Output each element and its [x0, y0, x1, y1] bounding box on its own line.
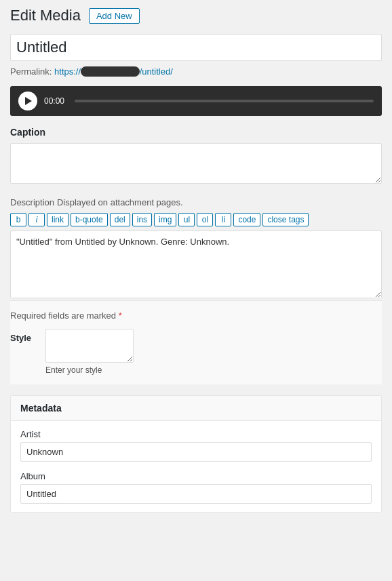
- add-new-button[interactable]: Add New: [89, 8, 140, 24]
- style-hint: Enter your style: [45, 365, 134, 375]
- media-title-input[interactable]: [10, 34, 382, 61]
- play-icon: [25, 97, 32, 105]
- required-asterisk: *: [119, 310, 122, 321]
- progress-bar[interactable]: [75, 100, 374, 102]
- metadata-section: Metadata Artist Album: [10, 395, 382, 513]
- description-label: Description: [10, 197, 54, 207]
- toolbar-ins[interactable]: ins: [132, 213, 152, 226]
- description-section: Description Displayed on attachment page…: [10, 197, 382, 300]
- caption-textarea[interactable]: [10, 143, 382, 184]
- caption-section: Caption: [10, 127, 382, 186]
- audio-player: 00:00: [10, 86, 382, 116]
- style-row: Style Enter your style: [10, 329, 382, 375]
- description-note: Displayed on attachment pages.: [57, 197, 183, 207]
- style-textarea[interactable]: [45, 329, 134, 363]
- toolbar-link[interactable]: link: [47, 213, 68, 226]
- toolbar-li[interactable]: li: [215, 213, 231, 226]
- permalink-row: Permalink: https://redacted/untitled/: [10, 66, 382, 77]
- artist-label: Artist: [20, 429, 372, 439]
- permalink-url[interactable]: https://redacted/untitled/: [54, 66, 173, 77]
- album-label: Album: [20, 471, 372, 481]
- description-label-row: Description Displayed on attachment page…: [10, 197, 382, 207]
- artist-input[interactable]: [20, 442, 372, 462]
- style-right: Enter your style: [45, 329, 134, 375]
- style-label: Style: [10, 329, 37, 343]
- page-title: Edit Media: [10, 7, 81, 24]
- permalink-label: Permalink:: [10, 66, 52, 77]
- toolbar-b[interactable]: b: [10, 213, 26, 226]
- album-input[interactable]: [20, 484, 372, 504]
- toolbar-i[interactable]: i: [28, 213, 45, 226]
- toolbar-img[interactable]: img: [154, 213, 176, 226]
- toolbar-code[interactable]: code: [233, 213, 260, 226]
- description-textarea[interactable]: "Untitled" from Untitled by Unknown. Gen…: [10, 231, 382, 298]
- toolbar-close-tags[interactable]: close tags: [262, 213, 309, 226]
- caption-label: Caption: [10, 127, 382, 138]
- artist-field: Artist: [20, 429, 372, 462]
- required-section: Required fields are marked * Style Enter…: [10, 300, 382, 384]
- toolbar-del[interactable]: del: [110, 213, 130, 226]
- play-button[interactable]: [18, 92, 37, 111]
- time-display: 00:00: [44, 96, 68, 106]
- toolbar-ul[interactable]: ul: [178, 213, 195, 226]
- toolbar-ol[interactable]: ol: [197, 213, 213, 226]
- metadata-header: Metadata: [11, 396, 381, 421]
- album-field: Album: [20, 471, 372, 504]
- metadata-body: Artist Album: [11, 421, 381, 512]
- required-note: Required fields are marked *: [10, 310, 382, 321]
- page-header: Edit Media Add New: [10, 7, 382, 24]
- editor-toolbar: b i link b-quote del ins img ul ol li co…: [10, 213, 382, 226]
- toolbar-bquote[interactable]: b-quote: [71, 213, 108, 226]
